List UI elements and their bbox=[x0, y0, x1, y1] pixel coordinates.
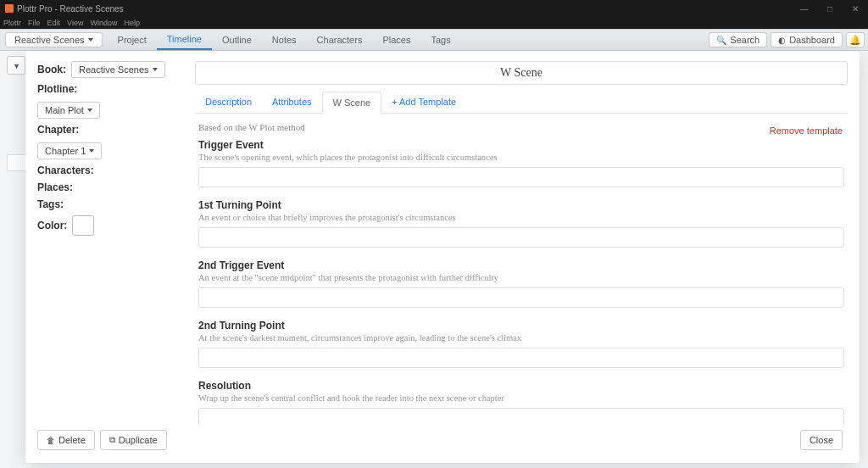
main-toolbar: Reactive Scenes Project Timeline Outline… bbox=[0, 29, 868, 51]
field-second-turning-point: 2nd Turning Point At the scene's darkest… bbox=[198, 320, 844, 368]
field-desc: An event or choice that briefly improves… bbox=[198, 213, 844, 222]
scene-title-text: W Scene bbox=[500, 66, 542, 80]
wscene-tab-content: Based on the W Plot method Remove templa… bbox=[195, 114, 848, 426]
menu-edit[interactable]: Edit bbox=[47, 19, 61, 27]
search-icon: 🔍 bbox=[716, 36, 726, 45]
notifications-button[interactable]: 🔔 bbox=[846, 32, 865, 47]
remove-template-link[interactable]: Remove template bbox=[770, 125, 843, 136]
field-second-trigger-event: 2nd Trigger Event An event at the "scene… bbox=[198, 259, 844, 308]
nav-places[interactable]: Places bbox=[372, 30, 420, 50]
close-button[interactable]: Close bbox=[800, 430, 843, 450]
book-dropdown[interactable]: Reactive Scenes bbox=[71, 61, 165, 78]
trigger-event-input[interactable] bbox=[198, 167, 844, 187]
window-minimize-button[interactable]: — bbox=[792, 0, 817, 17]
field-desc: An event at the "scene midpoint" that pr… bbox=[198, 273, 844, 282]
close-label: Close bbox=[810, 435, 833, 445]
field-resolution: Resolution Wrap up the scene's central c… bbox=[198, 380, 844, 426]
nav-timeline[interactable]: Timeline bbox=[157, 30, 212, 50]
scene-main-pane: W Scene Description Attributes W Scene +… bbox=[195, 61, 848, 426]
nav-notes[interactable]: Notes bbox=[262, 30, 307, 50]
scene-sidebar: Book: Reactive Scenes Plotline: Main Plo… bbox=[37, 61, 195, 426]
nav-characters[interactable]: Characters bbox=[307, 30, 373, 50]
book-value: Reactive Scenes bbox=[79, 64, 149, 75]
tab-attributes[interactable]: Attributes bbox=[262, 92, 321, 113]
first-turning-point-input[interactable] bbox=[198, 227, 844, 248]
places-label: Places: bbox=[37, 181, 195, 193]
window-title: Plottr Pro - Reactive Scenes bbox=[17, 4, 124, 14]
menu-window[interactable]: Window bbox=[90, 19, 117, 27]
bell-icon: 🔔 bbox=[849, 35, 861, 46]
template-method-note: Based on the W Plot method bbox=[198, 122, 844, 132]
tab-description[interactable]: Description bbox=[195, 92, 262, 113]
filter-button[interactable]: ▾ bbox=[7, 56, 25, 75]
copy-icon: ⧉ bbox=[109, 435, 115, 445]
template-tabs: Description Attributes W Scene + Add Tem… bbox=[195, 92, 848, 114]
menu-help[interactable]: Help bbox=[124, 19, 140, 27]
file-dropdown[interactable]: Reactive Scenes bbox=[5, 32, 103, 47]
app-menubar: Plottr File Edit View Window Help bbox=[0, 17, 868, 29]
book-label: Book: bbox=[37, 64, 66, 75]
chevron-down-icon bbox=[89, 149, 94, 153]
search-button[interactable]: 🔍 Search bbox=[709, 32, 767, 47]
chapter-dropdown[interactable]: Chapter 1 bbox=[37, 142, 102, 159]
chevron-down-icon bbox=[88, 38, 93, 42]
scene-title-input[interactable]: W Scene bbox=[195, 61, 848, 85]
nav-tabs: Project Timeline Outline Notes Character… bbox=[108, 30, 461, 50]
color-swatch[interactable] bbox=[72, 215, 94, 236]
gauge-icon: ◐ bbox=[778, 36, 786, 45]
window-maximize-button[interactable]: □ bbox=[817, 0, 843, 17]
trash-icon: 🗑 bbox=[47, 436, 55, 445]
second-trigger-event-input[interactable] bbox=[198, 287, 844, 308]
dashboard-label: Dashboard bbox=[789, 35, 835, 45]
tags-label: Tags: bbox=[37, 198, 195, 210]
field-title: 1st Turning Point bbox=[198, 199, 844, 211]
dashboard-button[interactable]: ◐ Dashboard bbox=[771, 32, 843, 47]
chapter-label: Chapter: bbox=[37, 124, 195, 136]
tab-wscene[interactable]: W Scene bbox=[322, 92, 382, 114]
characters-label: Characters: bbox=[37, 164, 195, 176]
plotline-dropdown[interactable]: Main Plot bbox=[37, 102, 100, 119]
nav-project[interactable]: Project bbox=[108, 30, 157, 50]
nav-tags[interactable]: Tags bbox=[420, 30, 460, 50]
timeline-background: ▾ ⋮ Book: Reactive Scenes Plotline: Main… bbox=[0, 51, 868, 468]
resolution-input[interactable] bbox=[198, 408, 844, 426]
field-desc: Wrap up the scene's central conflict and… bbox=[198, 393, 844, 403]
chevron-down-icon bbox=[87, 109, 92, 112]
field-title: 2nd Turning Point bbox=[198, 320, 844, 332]
second-turning-point-input[interactable] bbox=[198, 348, 844, 368]
field-title: Trigger Event bbox=[198, 139, 844, 151]
modal-footer: 🗑 Delete ⧉ Duplicate Close bbox=[25, 426, 860, 463]
window-close-button[interactable]: ✕ bbox=[843, 0, 868, 17]
search-label: Search bbox=[730, 35, 760, 45]
menu-file[interactable]: File bbox=[28, 19, 41, 27]
color-label: Color: bbox=[37, 220, 67, 231]
file-dropdown-label: Reactive Scenes bbox=[14, 35, 85, 45]
duplicate-button[interactable]: ⧉ Duplicate bbox=[100, 430, 167, 450]
delete-label: Delete bbox=[58, 435, 86, 445]
delete-button[interactable]: 🗑 Delete bbox=[37, 430, 95, 450]
field-first-turning-point: 1st Turning Point An event or choice tha… bbox=[198, 199, 844, 248]
field-trigger-event: Trigger Event The scene's opening event,… bbox=[198, 139, 844, 187]
app-logo-icon bbox=[5, 4, 14, 13]
chevron-down-icon bbox=[153, 68, 158, 71]
nav-outline[interactable]: Outline bbox=[212, 30, 262, 50]
tab-add-template[interactable]: + Add Template bbox=[381, 92, 466, 113]
menu-view[interactable]: View bbox=[67, 19, 83, 27]
field-desc: The scene's opening event, which places … bbox=[198, 153, 844, 162]
field-desc: At the scene's darkest moment, circumsta… bbox=[198, 333, 844, 343]
plotline-value: Main Plot bbox=[45, 105, 84, 115]
window-titlebar: Plottr Pro - Reactive Scenes — □ ✕ bbox=[0, 0, 868, 17]
menu-plottr[interactable]: Plottr bbox=[3, 19, 21, 27]
field-title: 2nd Trigger Event bbox=[198, 259, 844, 271]
plotline-label: Plotline: bbox=[37, 83, 195, 95]
chapter-value: Chapter 1 bbox=[45, 146, 86, 156]
duplicate-label: Duplicate bbox=[119, 435, 158, 445]
field-title: Resolution bbox=[198, 380, 844, 392]
scene-edit-modal: Book: Reactive Scenes Plotline: Main Plo… bbox=[25, 51, 860, 463]
